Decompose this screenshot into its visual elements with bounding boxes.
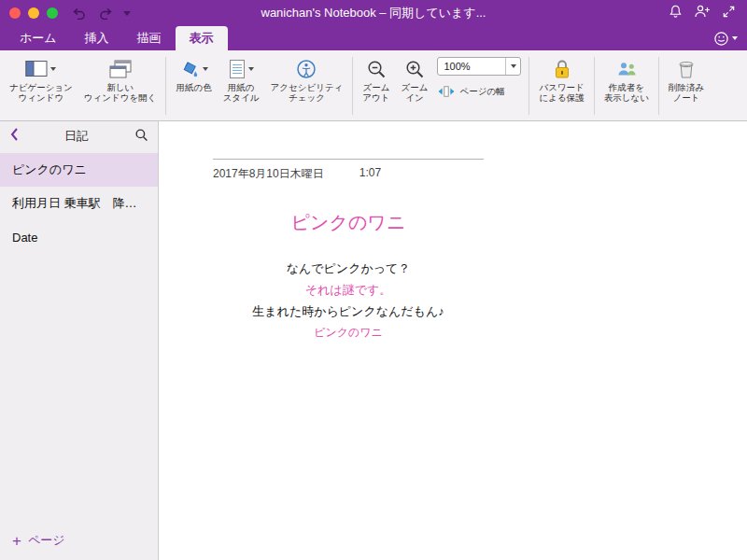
zoom-in-button[interactable]: ズーム イン xyxy=(395,56,433,103)
button-label: パスワード xyxy=(539,82,584,92)
tab-view[interactable]: 表示 xyxy=(176,26,228,50)
content-area: 日記 ピンクのワニ 利用月日 乗車駅 降… Date + ページ 2017年8月… xyxy=(0,121,747,560)
back-chevron-icon xyxy=(9,127,19,142)
navigation-window-icon xyxy=(25,60,48,78)
page-list-item[interactable]: ピンクのワニ xyxy=(0,153,158,187)
zoom-controls: 100% ページの幅 xyxy=(437,57,521,98)
page-time[interactable]: 1:07 xyxy=(359,166,381,182)
dropdown-caret-icon xyxy=(511,64,516,68)
zoom-out-button[interactable]: ズーム アウト xyxy=(357,56,395,103)
page-list: ピンクのワニ 利用月日 乗車駅 降… Date xyxy=(0,153,158,254)
page-text-line[interactable]: 生まれた時からピンクなんだもん♪ xyxy=(213,301,484,322)
tab-home[interactable]: ホーム xyxy=(6,26,71,50)
button-label: ウィンドウ xyxy=(19,92,64,103)
page-list-item[interactable]: Date xyxy=(0,220,158,254)
search-icon xyxy=(134,128,148,142)
button-label: 作成者を xyxy=(609,82,644,92)
dropdown-caret-icon xyxy=(203,67,208,71)
button-label: チェック xyxy=(289,92,325,103)
window-controls xyxy=(9,7,58,19)
tab-draw[interactable]: 描画 xyxy=(123,26,176,50)
tab-insert[interactable]: 挿入 xyxy=(71,26,123,50)
page-title[interactable]: ピンクのワニ xyxy=(213,210,484,235)
onenote-window: wanichan's Notebook – 同期しています... ホーム 挿入 … xyxy=(0,0,747,560)
ribbon-tab-bar: ホーム 挿入 描画 表示 xyxy=(0,26,747,50)
new-window-icon xyxy=(109,60,132,78)
new-window-button[interactable]: 新しい ウィンドウを開く xyxy=(78,56,162,103)
paper-style-icon xyxy=(229,59,246,79)
redo-icon xyxy=(99,7,114,20)
ribbon-separator xyxy=(529,57,529,115)
back-button[interactable] xyxy=(9,127,19,146)
page-body: なんでピンクかって？ それは謎です。 生まれた時からピンクなんだもん♪ ピンクの… xyxy=(213,258,484,343)
sidebar-header: 日記 xyxy=(0,123,158,149)
undo-button[interactable] xyxy=(71,7,86,20)
fullscreen-expand-icon[interactable] xyxy=(722,5,736,22)
button-label: ナビゲーション xyxy=(9,82,73,92)
button-label: 削除済み xyxy=(669,82,704,92)
page-text-line[interactable]: なんでピンクかって？ xyxy=(213,258,484,279)
button-label: 用紙の色 xyxy=(176,82,211,92)
zoom-level-value: 100% xyxy=(438,61,505,72)
deleted-notes-trash-icon xyxy=(677,59,696,79)
page-canvas[interactable]: 2017年8月10日木曜日 1:07 ピンクのワニ なんでピンクかって？ それは… xyxy=(159,121,747,560)
minimize-button[interactable] xyxy=(28,7,39,19)
add-page-label: ページ xyxy=(28,532,65,549)
button-label: イン xyxy=(405,92,423,103)
button-label: アクセシビリティ xyxy=(271,82,344,92)
accessibility-check-icon xyxy=(296,59,317,79)
zoom-window-button[interactable] xyxy=(47,7,58,19)
button-label: ノート xyxy=(673,92,700,103)
quick-access-caret-icon[interactable] xyxy=(123,11,131,16)
ribbon-separator xyxy=(594,57,595,115)
button-label: ズーム xyxy=(362,82,389,92)
hide-authors-icon xyxy=(615,60,638,78)
section-title: 日記 xyxy=(19,128,134,145)
page-text-line[interactable]: それは謎です。 xyxy=(213,279,484,301)
password-protection-button[interactable]: パスワード による保護 xyxy=(533,56,589,103)
hide-authors-button[interactable]: 作成者を 表示しない xyxy=(599,56,655,103)
page-list-sidebar: 日記 ピンクのワニ 利用月日 乗車駅 降… Date + ページ xyxy=(0,121,159,560)
button-label: アウト xyxy=(362,92,389,103)
ribbon-toolbar: ナビゲーション ウィンドウ 新しい ウィンドウを開く 用紙の色 用紙の xyxy=(0,50,747,121)
accessibility-check-button[interactable]: アクセシビリティ チェック xyxy=(265,56,349,103)
undo-icon xyxy=(71,7,86,20)
page-width-icon xyxy=(437,85,456,98)
button-label: ズーム xyxy=(401,82,428,92)
button-label: 新しい xyxy=(106,82,134,92)
button-label: による保護 xyxy=(540,92,585,103)
button-label: スタイル xyxy=(223,92,260,103)
ribbon-separator xyxy=(658,57,659,115)
dropdown-caret-icon xyxy=(50,67,56,71)
notifications-bell-icon[interactable] xyxy=(669,4,683,22)
page-width-button[interactable]: ページの幅 xyxy=(437,85,521,98)
page-date[interactable]: 2017年8月10日木曜日 xyxy=(213,166,324,182)
share-add-person-icon[interactable] xyxy=(694,4,711,22)
feedback-smiley-button[interactable] xyxy=(713,26,738,50)
zoom-level-combobox[interactable]: 100% xyxy=(437,57,521,76)
close-button[interactable] xyxy=(9,7,21,19)
redo-button[interactable] xyxy=(99,7,114,20)
password-lock-icon xyxy=(553,59,571,79)
titlebar: wanichan's Notebook – 同期しています... xyxy=(0,0,747,26)
smiley-icon xyxy=(713,31,729,47)
paper-style-button[interactable]: 用紙の スタイル xyxy=(218,56,265,103)
page-date-header: 2017年8月10日木曜日 1:07 xyxy=(213,159,484,182)
search-button[interactable] xyxy=(134,128,148,146)
ribbon-separator xyxy=(352,57,353,115)
button-label: 用紙の xyxy=(228,82,255,92)
page-list-item[interactable]: 利用月日 乗車駅 降… xyxy=(0,187,158,220)
smiley-caret-icon xyxy=(732,36,738,40)
navigation-window-button[interactable]: ナビゲーション ウィンドウ xyxy=(4,56,78,103)
deleted-notes-button[interactable]: 削除済み ノート xyxy=(663,56,710,103)
page-text-line[interactable]: ピンクのワニ xyxy=(213,322,484,343)
combo-caret-button[interactable] xyxy=(505,58,520,75)
paper-color-icon xyxy=(179,59,200,79)
button-label: ウィンドウを開く xyxy=(84,92,157,103)
note-content: 2017年8月10日木曜日 1:07 ピンクのワニ なんでピンクかって？ それは… xyxy=(213,159,484,343)
ribbon-separator xyxy=(165,57,166,115)
zoom-out-icon xyxy=(366,59,387,79)
titlebar-actions xyxy=(669,0,736,26)
add-page-button[interactable]: + ページ xyxy=(0,521,158,560)
paper-color-button[interactable]: 用紙の色 xyxy=(170,56,217,92)
